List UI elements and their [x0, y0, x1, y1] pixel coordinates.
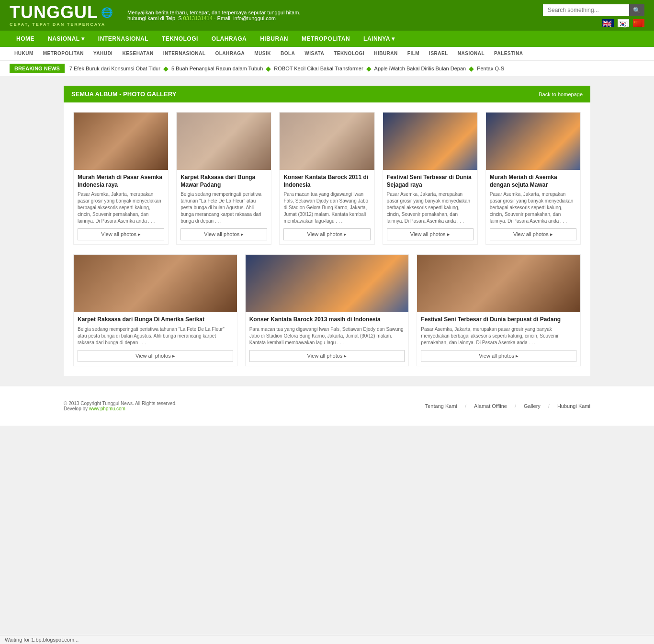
- breaking-sep: ◆: [163, 65, 169, 72]
- view-all-photos-button[interactable]: View all photos ▸: [249, 350, 405, 362]
- view-all-photos-button[interactable]: View all photos ▸: [78, 228, 164, 240]
- search-bar[interactable]: 🔍: [543, 4, 644, 16]
- sub-nav-link[interactable]: NASIONAL: [453, 47, 489, 60]
- flag-kr[interactable]: 🇰🇷: [618, 19, 629, 27]
- breaking-items: 7 Efek Buruk dari Konsumsi Obat Tidur ◆ …: [69, 65, 504, 72]
- sub-nav-link[interactable]: HIBURAN: [369, 47, 403, 60]
- main-nav-link[interactable]: NASIONAL ▾: [41, 31, 91, 47]
- header-info: Menyajikan berita terbaru, tercepat, dan…: [127, 10, 300, 21]
- main-nav-item: INTERNASIONAL: [91, 31, 155, 47]
- photo-thumbnail: [486, 113, 580, 170]
- footer-link[interactable]: Alamat Offline: [474, 403, 507, 409]
- footer-sep: /: [548, 403, 550, 409]
- sub-nav-link[interactable]: PALESTINA: [489, 47, 528, 60]
- sub-nav-link[interactable]: MUSIK: [249, 47, 276, 60]
- view-all-photos-button[interactable]: View all photos ▸: [78, 350, 233, 362]
- photo-title: Murah Meriah di Asemka dengan sejuta Maw…: [490, 174, 576, 189]
- photo-desc: Para macan tua yang digawangi Iwan Fals,…: [249, 326, 405, 346]
- photo-thumbnail: [177, 113, 271, 170]
- sub-nav-item: ISRAEL: [424, 47, 453, 60]
- gallery-title: SEMUA ALBUM - PHOTO GALLERY: [71, 90, 176, 98]
- sub-nav-link[interactable]: ISRAEL: [424, 47, 453, 60]
- sub-nav-link[interactable]: BOLA: [276, 47, 300, 60]
- photo-info: Konser Kantata Barock 2013 masih di Indo…: [246, 312, 409, 366]
- footer-link[interactable]: Gallery: [524, 403, 541, 409]
- breaking-news: BREAKING NEWS 7 Efek Buruk dari Konsumsi…: [0, 60, 654, 76]
- gallery-header: SEMUA ALBUM - PHOTO GALLERY Back to home…: [64, 86, 590, 102]
- main-nav-link[interactable]: INTERNASIONAL: [91, 31, 155, 47]
- photo-card: Festival Seni Terbesar di Dunia berpusat…: [417, 254, 581, 366]
- photo-thumbnail: [74, 113, 168, 170]
- photo-thumbnail: [280, 113, 374, 170]
- view-all-photos-button[interactable]: View all photos ▸: [180, 228, 267, 240]
- footer-link[interactable]: Tentang Kami: [425, 403, 457, 409]
- logo-tagline: CEPAT, TEPAT DAN TERPERCAYA: [10, 22, 113, 27]
- flag-uk[interactable]: 🇬🇧: [602, 19, 614, 27]
- sub-nav-item: NASIONAL: [453, 47, 489, 60]
- breaking-label: BREAKING NEWS: [10, 64, 65, 73]
- main-nav-link[interactable]: HOME: [10, 31, 41, 47]
- gallery-section: SEMUA ALBUM - PHOTO GALLERY Back to home…: [64, 86, 590, 376]
- photo-desc: Pasar Asemka, Jakarta, merupakan pasar g…: [78, 191, 164, 225]
- header-contact: hubungi kami di Telp. S 0313131414 - Ema…: [127, 15, 300, 21]
- search-input[interactable]: [543, 4, 629, 16]
- footer-sep: /: [465, 403, 466, 409]
- sub-nav-link[interactable]: KESEHATAN: [117, 47, 158, 60]
- sub-nav-link[interactable]: INTERNASIONAL: [158, 47, 211, 60]
- footer-links: Tentang Kami / Alamat Offline / Gallery …: [425, 403, 590, 409]
- top-gallery-grid: Murah Meriah di Pasar Asemka Indonesia r…: [64, 102, 590, 254]
- breaking-item: Apple iWatch Bakal Dirilis Bulan Depan: [374, 66, 466, 71]
- breaking-item: ROBOT Kecil Cikal Bakal Transformer: [274, 66, 363, 71]
- photo-title: Festival Seni Terbesar di Dunia Sejagad …: [387, 174, 474, 189]
- photo-desc: Pasar Asemka, Jakarta, merupakan pasar g…: [387, 191, 474, 225]
- photo-card: Murah Meriah di Asemka dengan sejuta Maw…: [485, 112, 581, 245]
- photo-card: Karpet Raksasa dari Bunga Mawar PadangBe…: [176, 112, 271, 245]
- main-nav-link[interactable]: HIBURAN: [253, 31, 295, 47]
- sub-nav-link[interactable]: TEKNOLOGI: [329, 47, 369, 60]
- main-nav-item: METROPOLITAN: [295, 31, 357, 47]
- sub-nav-item: OLAHRAGA: [210, 47, 249, 60]
- main-nav-link[interactable]: OLAHRAGA: [205, 31, 253, 47]
- logo-text: TUNGGUL: [10, 4, 98, 21]
- main-nav-item: HOME: [10, 31, 41, 47]
- photo-info: Festival Seni Terbesar di Dunia berpusat…: [417, 312, 580, 366]
- view-all-photos-button[interactable]: View all photos ▸: [387, 228, 474, 240]
- sub-nav-link[interactable]: METROPOLITAN: [38, 47, 89, 60]
- sub-nav-item: TEKNOLOGI: [329, 47, 369, 60]
- main-nav-link[interactable]: TEKNOLOGI: [155, 31, 205, 47]
- search-button[interactable]: 🔍: [629, 4, 644, 16]
- photo-info: Karpet Raksasa dari Bunga Di Amerika Ser…: [74, 312, 237, 366]
- photo-card: Festival Seni Terbesar di Dunia Sejagad …: [383, 112, 478, 245]
- sub-nav-item: HUKUM: [10, 47, 38, 60]
- photo-info: Festival Seni Terbesar di Dunia Sejagad …: [383, 170, 477, 244]
- copyright-text: © 2013 Copyright Tunggul News. All Right…: [64, 401, 177, 406]
- sub-nav-link[interactable]: OLAHRAGA: [210, 47, 249, 60]
- sub-nav-item: PALESTINA: [489, 47, 528, 60]
- photo-card: Murah Meriah di Pasar Asemka Indonesia r…: [73, 112, 169, 245]
- photo-thumbnail: [383, 113, 477, 170]
- logo: TUNGGUL 🌐 CEPAT, TEPAT DAN TERPERCAYA: [10, 4, 113, 27]
- main-nav-link[interactable]: LAINNYA ▾: [357, 31, 402, 47]
- photo-desc: Para macan tua yang digawangi Iwan Fals,…: [283, 191, 370, 225]
- developer-link[interactable]: www.phpmu.com: [89, 406, 125, 411]
- main-nav-link[interactable]: METROPOLITAN: [295, 31, 357, 47]
- view-all-photos-button[interactable]: View all photos ▸: [283, 228, 370, 240]
- sub-nav-link[interactable]: HUKUM: [10, 47, 38, 60]
- header-right: 🔍 🇬🇧 🇰🇷 🇨🇳: [543, 4, 644, 27]
- back-to-homepage-link[interactable]: Back to homepage: [539, 91, 583, 97]
- sub-nav-item: YAHUDI: [89, 47, 117, 60]
- flag-cn[interactable]: 🇨🇳: [633, 19, 644, 27]
- photo-title: Festival Seni Terbesar di Dunia berpusat…: [421, 316, 576, 324]
- sub-nav-link[interactable]: WISATA: [300, 47, 329, 60]
- photo-title: Konser Kantata Barock 2011 di Indonesia: [283, 174, 370, 189]
- photo-info: Murah Meriah di Asemka dengan sejuta Maw…: [486, 170, 580, 244]
- footer-link[interactable]: Hubungi Kami: [557, 403, 590, 409]
- main-nav: HOMENASIONAL ▾INTERNASIONALTEKNOLOGIOLAH…: [0, 31, 654, 47]
- sub-nav-item: WISATA: [300, 47, 329, 60]
- view-all-photos-button[interactable]: View all photos ▸: [421, 350, 576, 362]
- view-all-photos-button[interactable]: View all photos ▸: [490, 228, 576, 240]
- sub-nav-link[interactable]: FILM: [403, 47, 424, 60]
- sub-nav-item: INTERNASIONAL: [158, 47, 211, 60]
- phone-link[interactable]: 0313131414: [183, 15, 213, 21]
- sub-nav-link[interactable]: YAHUDI: [89, 47, 117, 60]
